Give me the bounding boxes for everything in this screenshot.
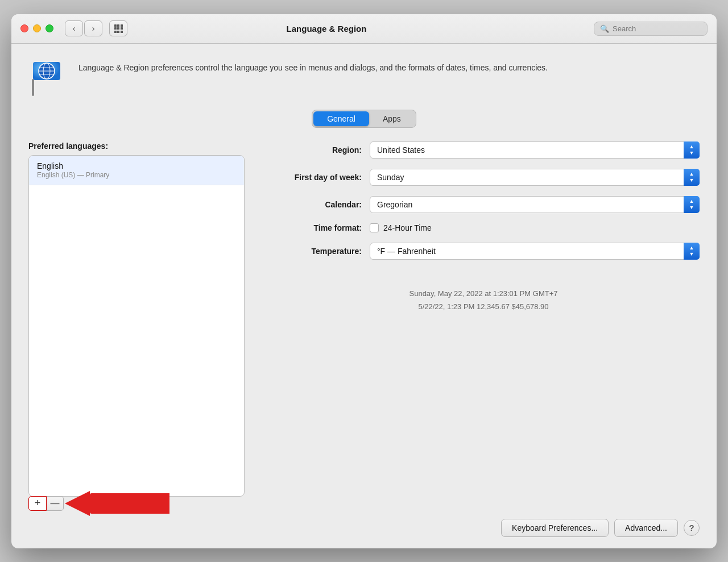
maximize-button[interactable] — [46, 24, 53, 32]
close-button[interactable] — [20, 24, 28, 32]
first-day-select[interactable]: Sunday Monday Saturday — [370, 169, 700, 186]
tab-general[interactable]: General — [313, 111, 369, 126]
search-input[interactable] — [613, 24, 698, 33]
settings-panel: Region: United States United Kingdom Can… — [267, 141, 700, 511]
temperature-label: Temperature: — [267, 247, 370, 256]
header-description: Language & Region preferences control th… — [28, 57, 700, 98]
first-day-select-wrapper: Sunday Monday Saturday ▲ ▼ — [370, 169, 700, 186]
main-panel: Preferred languages: English English (US… — [28, 141, 700, 511]
calendar-select[interactable]: Gregorian Buddhist Hebrew Islamic Japane… — [370, 196, 700, 213]
header-text: Language & Region preferences control th… — [78, 57, 548, 74]
traffic-lights — [20, 24, 53, 32]
tabs-container: General Apps — [28, 110, 700, 128]
language-buttons-row: + — — [28, 496, 245, 511]
add-language-button[interactable]: + — [28, 496, 47, 511]
main-window: ‹ › Language & Region 🔍 — [11, 14, 717, 548]
minimize-button[interactable] — [33, 24, 41, 32]
help-button[interactable]: ? — [684, 520, 700, 536]
titlebar: ‹ › Language & Region 🔍 — [11, 14, 717, 44]
region-control: United States United Kingdom Canada Aust… — [370, 141, 700, 159]
time-format-row: Time format: 24-Hour Time — [267, 223, 700, 232]
calendar-label: Calendar: — [267, 200, 370, 209]
globe-icon — [28, 57, 67, 98]
calendar-select-wrapper: Gregorian Buddhist Hebrew Islamic Japane… — [370, 196, 700, 213]
time-format-checkbox-row: 24-Hour Time — [370, 223, 700, 232]
temperature-select[interactable]: °F — Fahrenheit °C — Celsius — [370, 243, 700, 260]
advanced-button[interactable]: Advanced... — [614, 519, 678, 537]
region-label: Region: — [267, 145, 370, 155]
calendar-row: Calendar: Gregorian Buddhist Hebrew Isla… — [267, 196, 700, 213]
first-day-row: First day of week: Sunday Monday Saturda… — [267, 169, 700, 186]
region-select[interactable]: United States United Kingdom Canada Aust… — [370, 141, 700, 159]
keyboard-preferences-button[interactable]: Keyboard Preferences... — [501, 519, 609, 537]
languages-list: English English (US) — Primary — [28, 155, 245, 497]
window-title: Language & Region — [66, 24, 587, 34]
search-icon: 🔍 — [600, 24, 609, 33]
arrow-body — [90, 493, 169, 514]
arrow-head — [65, 491, 90, 516]
languages-label: Preferred languages: — [28, 141, 245, 151]
search-bar[interactable]: 🔍 — [594, 22, 708, 36]
time-format-checkbox-label: 24-Hour Time — [383, 223, 432, 232]
temperature-control: °F — Fahrenheit °C — Celsius ▲ ▼ — [370, 243, 700, 260]
first-day-control: Sunday Monday Saturday ▲ ▼ — [370, 169, 700, 186]
time-format-control: 24-Hour Time — [370, 223, 700, 232]
preview-line2: 5/22/22, 1:23 PM 12,345.67 $45,678.90 — [267, 300, 700, 313]
language-name: English — [37, 161, 236, 170]
languages-panel: Preferred languages: English English (US… — [28, 141, 245, 511]
language-sub: English (US) — Primary — [37, 171, 236, 179]
time-format-checkbox[interactable] — [370, 223, 379, 232]
remove-language-button[interactable]: — — [47, 496, 64, 511]
content-area: Language & Region preferences control th… — [11, 44, 717, 548]
preview-section: Sunday, May 22, 2022 at 1:23:01 PM GMT+7… — [267, 287, 700, 314]
calendar-control: Gregorian Buddhist Hebrew Islamic Japane… — [370, 196, 700, 213]
preview-line1: Sunday, May 22, 2022 at 1:23:01 PM GMT+7 — [267, 287, 700, 300]
tab-apps[interactable]: Apps — [369, 111, 415, 126]
first-day-label: First day of week: — [267, 173, 370, 182]
language-item-english[interactable]: English English (US) — Primary — [29, 156, 244, 185]
temperature-select-wrapper: °F — Fahrenheit °C — Celsius ▲ ▼ — [370, 243, 700, 260]
temperature-row: Temperature: °F — Fahrenheit °C — Celsiu… — [267, 243, 700, 260]
tabs: General Apps — [312, 110, 416, 128]
arrow-annotation — [65, 491, 169, 516]
time-format-label: Time format: — [267, 223, 370, 232]
region-row: Region: United States United Kingdom Can… — [267, 141, 700, 159]
svg-rect-0 — [32, 79, 34, 96]
region-select-wrapper: United States United Kingdom Canada Aust… — [370, 141, 700, 159]
